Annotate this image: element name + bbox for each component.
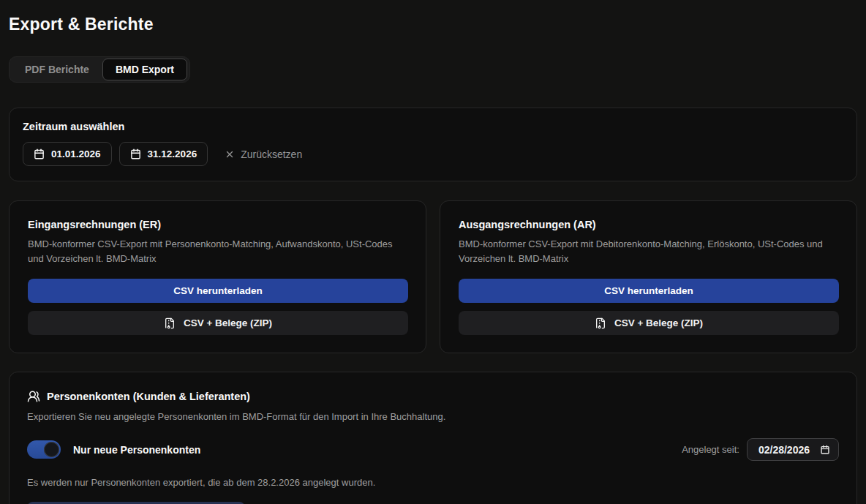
period-card: Zeitraum auswählen 01.01.2026 31.12.2026… (9, 108, 857, 181)
users-icon (27, 390, 40, 403)
created-since-date-value: 02/28/2026 (758, 444, 810, 456)
personenkonten-description: Exportieren Sie neu angelegte Personenko… (27, 410, 839, 424)
calendar-icon (130, 148, 141, 159)
nur-neue-personenkonten-toggle[interactable] (27, 440, 61, 459)
personenkonten-title: Personenkonten (Kunden & Lieferanten) (47, 391, 250, 402)
export-berichte-page: Export & Berichte PDF Berichte BMD Expor… (0, 0, 866, 504)
eingangsrechnungen-card: Eingangsrechnungen (ER) BMD-konformer CS… (9, 200, 426, 353)
personenkonten-header: Personenkonten (Kunden & Lieferanten) (27, 390, 839, 403)
page-title: Export & Berichte (9, 15, 857, 34)
er-csv-zip-button[interactable]: CSV + Belege (ZIP) (28, 311, 408, 335)
tab-bar: PDF Berichte BMD Export (9, 56, 190, 83)
tab-pdf-berichte[interactable]: PDF Berichte (12, 59, 102, 80)
period-controls: 01.01.2026 31.12.2026 Zurücksetzen (23, 142, 845, 166)
personenkonten-note: Es werden nur Personenkonten exportiert,… (27, 477, 839, 488)
reset-period-button[interactable]: Zurücksetzen (225, 148, 302, 160)
calendar-icon (34, 148, 45, 159)
ausgangsrechnungen-card: Ausgangsrechnungen (AR) BMD-konformer CS… (440, 200, 857, 353)
created-since-group: Angelegt seit: 02/28/2026 (682, 438, 839, 461)
ausgangsrechnungen-description: BMD-konformer CSV-Export mit Debitorenko… (459, 237, 839, 266)
reset-period-label: Zurücksetzen (241, 148, 302, 160)
zip-file-icon (595, 317, 606, 329)
date-from-button[interactable]: 01.01.2026 (23, 142, 112, 166)
export-cards-row: Eingangsrechnungen (ER) BMD-konformer CS… (9, 200, 857, 353)
eingangsrechnungen-title: Eingangsrechnungen (ER) (28, 219, 408, 230)
ausgangsrechnungen-title: Ausgangsrechnungen (AR) (459, 219, 839, 230)
date-to-button[interactable]: 31.12.2026 (119, 142, 208, 166)
ar-csv-download-button[interactable]: CSV herunterladen (459, 279, 839, 303)
er-csv-zip-label: CSV + Belege (ZIP) (184, 317, 272, 328)
date-from-value: 01.01.2026 (51, 148, 101, 159)
x-icon (225, 149, 235, 159)
ar-csv-zip-label: CSV + Belege (ZIP) (614, 317, 703, 328)
date-to-value: 31.12.2026 (148, 148, 197, 159)
date-picker-calendar-icon[interactable] (820, 445, 830, 455)
toggle-label: Nur neue Personenkonten (73, 444, 200, 456)
personenkonten-card: Personenkonten (Kunden & Lieferanten) Ex… (9, 372, 857, 504)
ar-csv-zip-button[interactable]: CSV + Belege (ZIP) (459, 311, 839, 335)
created-since-label: Angelegt seit: (682, 444, 739, 455)
er-csv-download-button[interactable]: CSV herunterladen (28, 279, 408, 303)
period-card-title: Zeitraum auswählen (23, 121, 845, 132)
eingangsrechnungen-description: BMD-konformer CSV-Export mit Personenkon… (28, 237, 408, 266)
zip-file-icon (164, 317, 176, 329)
tab-bmd-export[interactable]: BMD Export (102, 59, 187, 80)
toggle-row: Nur neue Personenkonten Angelegt seit: 0… (27, 438, 839, 461)
toggle-knob (44, 442, 59, 457)
created-since-date-input[interactable]: 02/28/2026 (747, 438, 839, 461)
